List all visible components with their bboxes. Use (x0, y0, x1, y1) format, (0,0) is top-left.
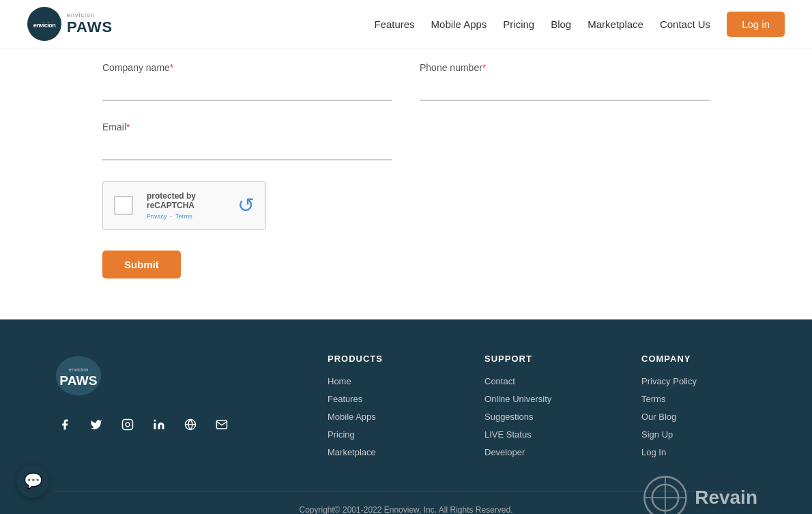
svg-text:PAWS: PAWS (59, 373, 97, 388)
nav-contact-us[interactable]: Contact Us (660, 18, 710, 30)
footer-products-list: Home Features Mobile Apps Pricing Market… (328, 375, 444, 458)
revain-widget: Revain (641, 474, 757, 514)
svg-rect-5 (123, 420, 133, 430)
list-item: LIVE Status (484, 428, 600, 440)
nav-links: Features Mobile Apps Pricing Blog Market… (374, 12, 785, 37)
twitter-icon[interactable] (86, 414, 106, 435)
list-item: Home (328, 375, 444, 387)
footer-company-heading: COMPANY (641, 354, 757, 364)
recaptcha-checkbox[interactable] (114, 196, 133, 215)
company-name-input[interactable] (102, 77, 392, 101)
footer-link-log-in[interactable]: Log In (641, 447, 666, 457)
footer-products-heading: PRODUCTS (328, 354, 444, 364)
footer-top: envicion PAWS (55, 354, 757, 463)
list-item: Log In (641, 446, 757, 458)
phone-number-input[interactable] (420, 77, 710, 101)
instagram-icon[interactable] (117, 414, 138, 435)
nav-features[interactable]: Features (374, 18, 414, 30)
submit-button[interactable]: Submit (102, 251, 181, 279)
revain-label: Revain (695, 487, 757, 509)
recaptcha-icon: ↺ (237, 195, 255, 216)
recaptcha-privacy-link[interactable]: Privacy (147, 213, 167, 220)
logo-icon: envicion (27, 7, 61, 41)
navbar: envicion envicion PAWS Features Mobile A… (0, 0, 812, 48)
main-content: Company name* Phone number* Email* (0, 48, 812, 319)
list-item: Online University (484, 392, 600, 405)
logo-text: envicion PAWS (67, 12, 113, 35)
facebook-icon[interactable] (55, 414, 75, 435)
recaptcha-terms-link[interactable]: Terms (175, 213, 192, 220)
email-label: Email* (102, 122, 392, 132)
footer-link-contact[interactable]: Contact (484, 376, 515, 386)
revain-logo-icon (641, 474, 689, 514)
footer-link-home[interactable]: Home (328, 376, 351, 386)
footer-link-mobile-apps[interactable]: Mobile Apps (328, 412, 376, 422)
footer-social (55, 414, 287, 435)
linkedin-icon[interactable] (149, 414, 169, 435)
svg-rect-7 (154, 423, 156, 429)
footer-link-privacy[interactable]: Privacy Policy (641, 376, 697, 386)
list-item: Marketplace (328, 446, 444, 458)
globe-icon[interactable] (180, 414, 201, 435)
footer-link-marketplace[interactable]: Marketplace (328, 447, 376, 457)
footer-bottom: Copyright© 2001-2022 Ennoview, Inc. All … (55, 491, 757, 514)
phone-number-label: Phone number* (420, 62, 710, 73)
recaptcha-widget: protected by reCAPTCHA Privacy - Terms ↺ (102, 181, 266, 230)
list-item: Sign Up (641, 428, 757, 440)
footer-support-list: Contact Online University Suggestions LI… (484, 375, 600, 458)
form-row-1: Company name* Phone number* (102, 62, 710, 101)
email-icon[interactable] (212, 414, 232, 435)
nav-blog[interactable]: Blog (551, 18, 571, 30)
footer-link-developer[interactable]: Developer (484, 447, 525, 457)
nav-pricing[interactable]: Pricing (503, 18, 534, 30)
footer-link-online-university[interactable]: Online University (484, 394, 551, 404)
svg-point-8 (154, 420, 156, 422)
svg-text:envicion: envicion (33, 22, 56, 29)
footer-products-col: PRODUCTS Home Features Mobile Apps Prici… (328, 354, 444, 463)
footer-support-heading: SUPPORT (484, 354, 600, 364)
brand-logo[interactable]: envicion envicion PAWS (27, 7, 113, 41)
contact-form: Company name* Phone number* Email* (102, 62, 710, 279)
form-row-email: Email* (102, 122, 710, 160)
logo-main-text: PAWS (67, 19, 113, 35)
list-item: Mobile Apps (328, 410, 444, 423)
list-item: Pricing (328, 428, 444, 440)
footer-link-terms[interactable]: Terms (641, 394, 665, 404)
phone-number-group: Phone number* (420, 62, 710, 101)
footer-company-list: Privacy Policy Terms Our Blog Sign Up Lo… (641, 375, 757, 458)
list-item: Developer (484, 446, 600, 458)
recaptcha-sub: Privacy - Terms (147, 213, 224, 220)
email-group: Email* (102, 122, 392, 160)
nav-marketplace[interactable]: Marketplace (588, 18, 643, 30)
login-button[interactable]: Log in (727, 12, 785, 37)
list-item: Features (328, 392, 444, 405)
footer-link-features[interactable]: Features (328, 394, 362, 404)
list-item: Suggestions (484, 410, 600, 423)
footer-link-suggestions[interactable]: Suggestions (484, 412, 534, 422)
recaptcha-text: protected by reCAPTCHA Privacy - Terms (147, 191, 224, 220)
list-item: Contact (484, 375, 600, 387)
footer-link-live-status[interactable]: LIVE Status (484, 429, 532, 440)
nav-mobile-apps[interactable]: Mobile Apps (431, 18, 487, 30)
footer-support-col: SUPPORT Contact Online University Sugges… (484, 354, 600, 463)
svg-text:envicion: envicion (69, 367, 89, 373)
footer-link-our-blog[interactable]: Our Blog (641, 412, 676, 422)
list-item: Privacy Policy (641, 375, 757, 387)
footer: envicion PAWS (0, 319, 812, 514)
company-name-group: Company name* (102, 62, 392, 101)
chat-icon: 💬 (24, 472, 42, 490)
footer-logo-section: envicion PAWS (55, 354, 287, 463)
email-input[interactable] (102, 137, 392, 160)
footer-link-sign-up[interactable]: Sign Up (641, 429, 673, 440)
list-item: Our Blog (641, 410, 757, 423)
company-name-label: Company name* (102, 62, 392, 73)
email-placeholder-group (420, 122, 710, 160)
list-item: Terms (641, 392, 757, 405)
footer-company-col: COMPANY Privacy Policy Terms Our Blog Si… (641, 354, 757, 463)
chat-bubble[interactable]: 💬 (16, 465, 49, 498)
footer-link-pricing[interactable]: Pricing (328, 429, 355, 440)
footer-logo: envicion PAWS (55, 354, 287, 401)
footer-logo-icon: envicion PAWS (55, 354, 102, 401)
recaptcha-label: protected by reCAPTCHA (147, 191, 224, 210)
